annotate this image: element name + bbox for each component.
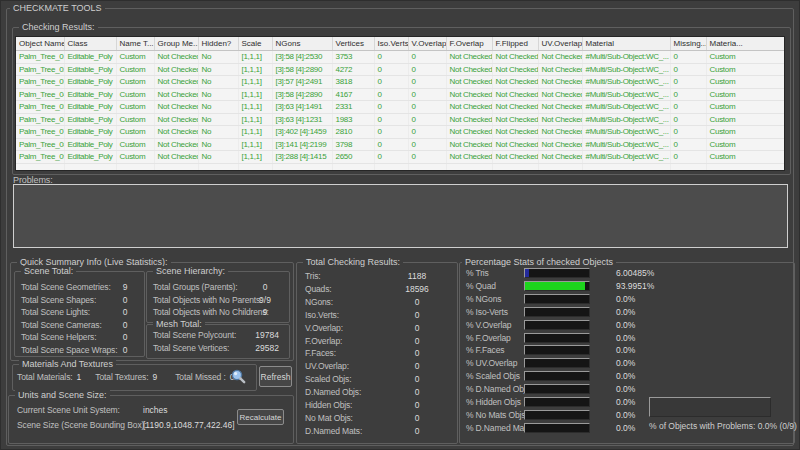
scene-total-row: Total Scene Lights:0	[15, 306, 144, 319]
column-header[interactable]: F.Flipped	[492, 37, 538, 51]
column-header[interactable]: Material	[582, 37, 670, 51]
column-header[interactable]: V.Overlap	[408, 37, 446, 51]
table-cell: #Multi/Sub-Object:WC_...	[582, 138, 670, 151]
scene-hierarchy-value: 9	[251, 307, 279, 317]
scene-total-label: Scene Total:	[21, 266, 76, 277]
table-cell: Custom	[706, 88, 784, 101]
table-cell: Editable_Poly	[64, 51, 116, 64]
refresh-button[interactable]: Refresh	[259, 366, 292, 387]
table-cell: Not Checked	[446, 113, 492, 126]
column-header[interactable]: Missing...	[670, 37, 706, 51]
table-cell: Not Checked	[446, 151, 492, 164]
table-row[interactable]: Palm_Tree_01Editable_PolyCustomNot Check…	[16, 51, 784, 64]
table-cell: 3753	[332, 51, 374, 64]
percentage-row: % Tris6.00485%	[460, 267, 794, 280]
table-cell: 1983	[332, 113, 374, 126]
percentage-label: % Tris	[460, 268, 489, 278]
table-cell: 0	[670, 88, 706, 101]
column-header[interactable]: F.Overlap	[446, 37, 492, 51]
percentage-value: 0.0%	[616, 345, 686, 355]
table-cell: [3]:63 [4]:1231	[272, 113, 332, 126]
total-checking-row: No Mat Objs:0	[299, 411, 459, 424]
total-checking-row: F.Overlap:0	[299, 334, 459, 347]
scene-size-value: [1190.9,1048.77,422.46]	[143, 420, 235, 430]
mesh-total-label: Total Scene Polycount:	[147, 330, 236, 340]
table-row[interactable]: Palm_Tree_08Editable_PolyCustomNot Check…	[16, 138, 784, 151]
total-checking-row: Tris:1188	[299, 270, 459, 283]
total-textures-label: Total Textures:	[95, 372, 148, 382]
column-header[interactable]: Vertices	[332, 37, 374, 51]
column-header[interactable]: Iso.Verts	[374, 37, 408, 51]
column-header[interactable]: Materia...	[706, 37, 784, 51]
scene-total-row: Total Scene Shapes:0	[15, 294, 144, 307]
find-missing-button[interactable]	[229, 368, 247, 386]
recalculate-button[interactable]: Recalculate	[237, 409, 284, 425]
table-row[interactable]: Palm_Tree_02Editable_PolyCustomNot Check…	[16, 63, 784, 76]
table-cell: No	[198, 113, 238, 126]
percentage-value: 0.0%	[616, 294, 686, 304]
scene-total-list: Total Scene Geometries:9Total Scene Shap…	[15, 281, 144, 356]
scene-total-label: Total Scene Space Wraps:	[15, 345, 117, 355]
table-cell	[64, 163, 116, 171]
column-header[interactable]: Class	[64, 37, 116, 51]
column-header[interactable]: Group Me...	[154, 37, 198, 51]
total-checking-value: 0	[395, 400, 439, 410]
table-cell: Not Checked	[154, 126, 198, 139]
table-cell	[332, 163, 374, 171]
total-checking-results-label: Total Checking Results:	[303, 257, 403, 268]
column-header[interactable]: Hidden?	[198, 37, 238, 51]
table-cell: 4272	[332, 63, 374, 76]
column-header[interactable]: Object Name	[16, 37, 64, 51]
table-cell: 0	[374, 113, 408, 126]
table-cell: Not Checked	[492, 101, 538, 114]
table-cell: Palm_Tree_07	[16, 126, 64, 139]
table-row[interactable]: Palm_Tree_09Editable_PolyCustomNot Check…	[16, 151, 784, 164]
scene-total-value: 0	[113, 295, 137, 305]
table-cell: Custom	[706, 63, 784, 76]
column-header[interactable]: NGons	[272, 37, 332, 51]
percentage-value: 0.0%	[616, 333, 686, 343]
table-cell	[272, 163, 332, 171]
total-checking-row: V.Overlap:0	[299, 321, 459, 334]
table-cell: No	[198, 101, 238, 114]
table-cell: No	[198, 151, 238, 164]
table-cell: Custom	[706, 138, 784, 151]
total-checking-results-group: Total Checking Results: Tris:1188Quads:1…	[296, 262, 458, 444]
materials-textures-group: Materials And Textures Total Materials: …	[12, 364, 257, 391]
scene-total-value: 0	[113, 307, 137, 317]
total-checking-value: 0	[395, 361, 439, 371]
table-cell: [3]:141 [4]:2199	[272, 138, 332, 151]
table-cell: Editable_Poly	[64, 113, 116, 126]
table-cell: 0	[374, 51, 408, 64]
column-header[interactable]: UV.Overlap	[538, 37, 582, 51]
table-cell: [3]:58 [4]:2890	[272, 88, 332, 101]
table-row[interactable]: Palm_Tree_04Editable_PolyCustomNot Check…	[16, 88, 784, 101]
mesh-total-value: 19784	[239, 330, 279, 340]
total-checking-value: 0	[395, 374, 439, 384]
table-cell: 3818	[332, 76, 374, 89]
percentage-label: % F.Faces	[460, 345, 504, 355]
table-cell: Custom	[116, 151, 154, 164]
column-header[interactable]: Scale	[238, 37, 272, 51]
total-textures-value: 9	[152, 372, 157, 382]
progress-bar	[524, 397, 590, 407]
total-checking-row: D.Named Objs:0	[299, 386, 459, 399]
problems-listbox[interactable]	[13, 184, 788, 248]
scene-hierarchy-list: Total Groups (Parents):0Total Objects wi…	[147, 281, 289, 319]
scene-total-label: Total Scene Helpers:	[15, 332, 96, 342]
quick-summary-group: Quick Summary Info (Live Statistics): Sc…	[10, 262, 294, 361]
total-materials-value: 1	[77, 372, 82, 382]
table-cell: [3]:288 [4]:1415	[272, 151, 332, 164]
table-cell: 0	[670, 126, 706, 139]
table-cell: 0	[670, 138, 706, 151]
table-row[interactable]: Palm_Tree_05Editable_PolyCustomNot Check…	[16, 101, 784, 114]
table-cell: 0	[408, 151, 446, 164]
table-row[interactable]: Palm_Tree_03Editable_PolyCustomNot Check…	[16, 76, 784, 89]
table-row[interactable]: Palm_Tree_07Editable_PolyCustomNot Check…	[16, 126, 784, 139]
table-row[interactable]: Palm_Tree_06Editable_PolyCustomNot Check…	[16, 113, 784, 126]
percentage-row: % F.Overlap0.0%	[460, 331, 794, 344]
checkmate-tools-dialog: CHECKMATE TOOLS Checking Results: Object…	[0, 0, 800, 450]
checking-results-table: Object NameClassName T...Group Me...Hidd…	[15, 36, 785, 171]
column-header[interactable]: Name T...	[116, 37, 154, 51]
mesh-total-group: Mesh Total: Total Scene Polycount:19784T…	[146, 324, 290, 359]
